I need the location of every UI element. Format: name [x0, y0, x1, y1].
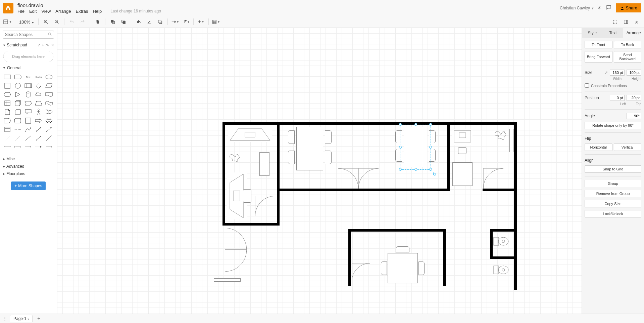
close-icon[interactable]: ✕ [51, 43, 54, 47]
view-mode-button[interactable]: ▼ [3, 17, 12, 26]
shape-actor[interactable] [34, 108, 43, 116]
to-back-button[interactable] [119, 17, 128, 26]
add-page-button[interactable]: + [35, 316, 42, 322]
shape-parallelogram[interactable] [44, 82, 54, 90]
menu-help[interactable]: Help [93, 9, 102, 14]
furniture-plant-1[interactable] [228, 151, 242, 164]
furniture-chair-t1-1[interactable] [288, 130, 295, 144]
shape-dashed-line[interactable] [3, 134, 12, 142]
wall-middle[interactable] [280, 189, 450, 191]
door-arc-5[interactable] [225, 228, 248, 272]
remove-group-btn[interactable]: Remove from Group [585, 190, 641, 197]
furniture-chair-b1[interactable] [396, 246, 409, 252]
furniture-chair-b3[interactable] [418, 261, 425, 275]
furniture-chair-sel-2[interactable] [395, 149, 402, 162]
constrain-checkbox[interactable] [585, 83, 589, 88]
shape-link2[interactable] [13, 143, 22, 151]
shape-arrow-right[interactable] [34, 117, 43, 125]
left-input[interactable] [610, 95, 625, 101]
shape-internal-storage[interactable] [3, 99, 12, 107]
angle-input[interactable] [627, 113, 641, 119]
page-tab-1[interactable]: Page-1 ▾ [10, 315, 33, 322]
door-arc-1[interactable] [338, 168, 358, 189]
shape-list-item[interactable]: List Item [13, 125, 22, 133]
wall-room1-bottom[interactable] [222, 223, 280, 226]
furniture-shelf-1[interactable] [509, 129, 513, 152]
insert-button[interactable]: + ▼ [196, 17, 206, 26]
zoom-select[interactable]: 100% ▼ [18, 19, 36, 25]
shape-link3[interactable] [23, 143, 33, 151]
shape-ellipse[interactable] [44, 73, 54, 81]
shape-text[interactable]: Text [23, 73, 33, 81]
flip-vertical-btn[interactable]: Vertical [614, 144, 642, 151]
page-menu-icon[interactable]: ⋮ [3, 316, 7, 321]
furniture-cabinet-3[interactable] [452, 162, 473, 186]
shape-tape[interactable] [44, 99, 54, 107]
shape-bidir-arrow[interactable] [34, 125, 43, 133]
furniture-chair-sel-3[interactable] [429, 130, 436, 143]
furniture-table-1[interactable] [296, 127, 323, 170]
app-logo[interactable] [3, 3, 13, 13]
height-input[interactable] [627, 70, 641, 76]
menu-extras[interactable]: Extras [76, 9, 88, 14]
door-arc-6[interactable] [352, 263, 370, 282]
shape-trapezoid[interactable] [34, 99, 43, 107]
furniture-toilet-2[interactable] [493, 263, 510, 277]
autosize-icon[interactable]: ⤢ [604, 70, 608, 75]
rotate90-btn[interactable]: Rotate shape only by 90° [585, 122, 641, 129]
shape-document[interactable] [44, 90, 54, 98]
redo-button[interactable] [78, 17, 87, 26]
tab-arrange[interactable]: Arrange [623, 28, 644, 38]
furniture-chair-sel-1[interactable] [395, 130, 402, 143]
scratchpad-dropzone[interactable]: Drag elements here [3, 51, 53, 62]
shape-dotted-line[interactable] [13, 134, 22, 142]
sel-handle-s[interactable] [414, 168, 417, 171]
door-arc-2[interactable] [358, 168, 379, 189]
edit-icon[interactable]: ✎ [46, 43, 49, 47]
collapse-button[interactable] [632, 17, 641, 26]
flip-horizontal-btn[interactable]: Horizontal [585, 144, 612, 151]
search-shapes-input[interactable] [3, 31, 54, 39]
wall-bottom-room-left[interactable] [348, 229, 351, 286]
waypoint-button[interactable]: ▼ [181, 17, 191, 26]
table-button[interactable]: ▼ [211, 17, 221, 26]
tab-text[interactable]: Text [603, 28, 624, 38]
shape-link4[interactable] [34, 143, 43, 151]
appearance-icon[interactable]: ☀ [597, 5, 601, 10]
furniture-toilet-1[interactable] [493, 235, 510, 248]
shape-diamond[interactable] [34, 82, 43, 90]
wall-far-right[interactable] [514, 122, 517, 290]
group-btn[interactable]: Group [585, 180, 641, 187]
furniture-chair-t1-2[interactable] [288, 151, 295, 164]
fullscreen-button[interactable] [610, 17, 620, 26]
wall-right-room-left[interactable] [490, 229, 493, 259]
menu-edit[interactable]: Edit [29, 9, 37, 14]
advanced-section-header[interactable]: ▶ Advanced [0, 163, 57, 170]
zoom-out-button[interactable] [52, 17, 61, 26]
shape-list[interactable] [3, 125, 12, 133]
furniture-chair-sel-4[interactable] [429, 149, 436, 162]
door-arc-3[interactable] [255, 196, 275, 216]
width-input[interactable] [610, 70, 625, 76]
sel-handle-se[interactable] [429, 168, 432, 171]
add-icon[interactable]: + [42, 43, 44, 47]
sel-handle-e[interactable] [429, 146, 432, 149]
shape-triangle[interactable] [13, 90, 22, 98]
furniture-chair-t1-4[interactable] [325, 151, 332, 164]
fill-color-button[interactable] [134, 17, 143, 26]
floorplans-section-header[interactable]: ▶ Floorplans [0, 170, 57, 177]
wall-top[interactable] [222, 122, 516, 125]
undo-button[interactable] [67, 17, 77, 26]
shape-or[interactable] [44, 108, 54, 116]
connection-button[interactable]: ▼ [170, 17, 180, 26]
shape-curve[interactable] [23, 125, 33, 133]
wall-right-room-top[interactable] [490, 229, 517, 232]
to-back-btn[interactable]: To Back [614, 41, 642, 48]
shape-cube[interactable] [13, 99, 22, 107]
furniture-misc[interactable] [214, 278, 241, 282]
more-shapes-button[interactable]: + More Shapes [11, 181, 45, 190]
menu-file[interactable]: File [17, 9, 24, 14]
to-front-btn[interactable]: To Front [585, 41, 612, 48]
general-section-header[interactable]: ▼ General [0, 64, 57, 72]
furniture-chair-3[interactable] [458, 147, 466, 154]
